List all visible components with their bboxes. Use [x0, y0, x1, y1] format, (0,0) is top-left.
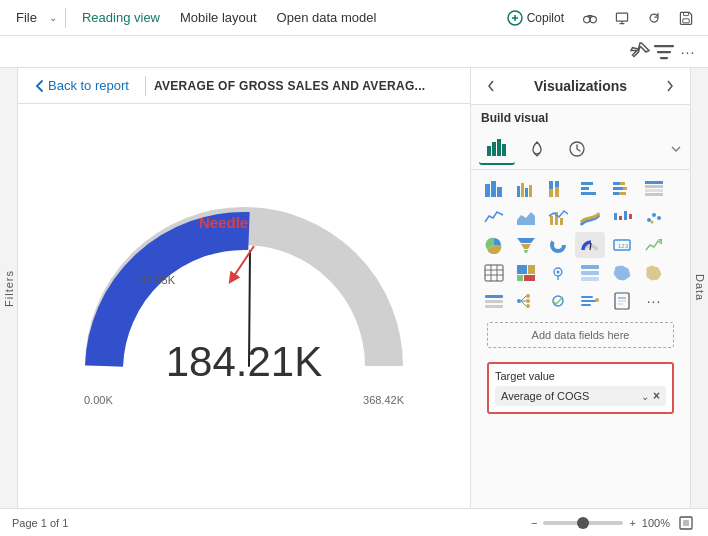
svg-point-2 [590, 16, 596, 22]
panel-expand-right[interactable] [660, 76, 680, 96]
right-panel: Visualizations Build visual [470, 68, 690, 508]
svg-rect-33 [645, 181, 663, 184]
svg-rect-65 [517, 275, 523, 281]
viz-100-bar[interactable] [543, 176, 573, 202]
target-chip-label: Average of COGS [501, 390, 589, 402]
svg-marker-49 [517, 238, 535, 243]
viz-filled-map[interactable] [607, 260, 637, 286]
menu-open-data-model[interactable]: Open data model [269, 6, 385, 29]
svg-point-48 [651, 221, 654, 224]
svg-point-86 [595, 298, 599, 302]
svg-point-45 [647, 218, 651, 222]
save-icon[interactable] [672, 4, 700, 32]
zoom-slider[interactable] [543, 521, 623, 525]
viz-pie[interactable] [479, 232, 509, 258]
more-toolbar-icon[interactable]: ··· [676, 40, 700, 64]
svg-rect-15 [497, 187, 502, 197]
viz-card[interactable]: 123 [607, 232, 637, 258]
viz-donut[interactable] [543, 232, 573, 258]
gauge-max: 368.42K [363, 394, 404, 406]
menu-file[interactable]: File [8, 6, 45, 29]
svg-rect-18 [525, 188, 528, 197]
target-chip-dropdown[interactable]: ⌄ [641, 391, 649, 402]
svg-rect-13 [485, 184, 490, 197]
viz-smart-narrative[interactable] [575, 288, 605, 314]
data-side-tab[interactable]: Data [690, 68, 708, 508]
svg-rect-8 [487, 146, 491, 156]
svg-rect-38 [550, 216, 553, 225]
viz-ribbon[interactable] [575, 204, 605, 230]
svg-rect-42 [619, 216, 622, 220]
binoculars-icon[interactable] [576, 4, 604, 32]
copilot-button[interactable]: Copilot [499, 4, 572, 32]
viz-matrix[interactable] [639, 176, 669, 202]
zoom-plus[interactable]: + [629, 517, 635, 529]
viz-key-influencers[interactable] [543, 288, 573, 314]
viz-multi-row-card[interactable] [575, 260, 605, 286]
viz-clustered-bar[interactable] [511, 176, 541, 202]
viz-treemap[interactable] [511, 260, 541, 286]
svg-rect-64 [528, 265, 535, 274]
svg-rect-63 [517, 265, 527, 274]
viz-row-2 [479, 204, 682, 230]
monitor-icon[interactable] [608, 4, 636, 32]
viz-kpi[interactable] [639, 232, 669, 258]
viz-stacked-horiz[interactable] [607, 176, 637, 202]
status-bar: Page 1 of 1 − + 100% [0, 508, 708, 536]
viz-map[interactable] [543, 260, 573, 286]
svg-rect-85 [581, 304, 591, 306]
viz-more[interactable]: ··· [639, 288, 669, 314]
svg-rect-27 [613, 182, 620, 185]
tab-bar: Back to report AVERAGE OF GROSS SALES AN… [18, 68, 470, 104]
svg-rect-24 [581, 182, 593, 185]
viz-row-3: 123 [479, 232, 682, 258]
viz-row-1 [479, 176, 682, 202]
viz-tab-analytics[interactable] [559, 133, 595, 165]
zoom-minus[interactable]: − [531, 517, 537, 529]
svg-rect-70 [581, 271, 599, 275]
svg-rect-28 [620, 182, 625, 185]
viz-scatter[interactable] [639, 204, 669, 230]
svg-line-54 [590, 243, 591, 250]
viz-table[interactable] [479, 260, 509, 286]
filter-toolbar-icon[interactable] [652, 40, 676, 64]
svg-rect-3 [616, 13, 627, 21]
viz-slicer[interactable] [479, 288, 509, 314]
menu-reading-view[interactable]: Reading view [74, 6, 168, 29]
svg-rect-58 [485, 265, 503, 281]
panel-title: Visualizations [534, 78, 627, 94]
svg-rect-40 [560, 218, 563, 225]
pin-toolbar-icon[interactable] [628, 40, 652, 64]
target-chip-remove[interactable]: × [653, 389, 660, 403]
refresh-icon[interactable] [640, 4, 668, 32]
viz-line[interactable] [479, 204, 509, 230]
viz-decomp-tree[interactable] [511, 288, 541, 314]
viz-waterfall[interactable] [607, 204, 637, 230]
svg-point-77 [526, 299, 530, 303]
target-value-label: Target value [495, 370, 666, 382]
viz-grid: 123 [471, 170, 690, 508]
viz-funnel[interactable] [511, 232, 541, 258]
add-data-fields[interactable]: Add data fields here [487, 322, 674, 348]
svg-line-7 [232, 246, 254, 279]
gauge-chart: Needle 146.65K 184.21K 0.00K 368.42K [74, 196, 414, 416]
viz-gauge[interactable] [575, 232, 605, 258]
viz-line-column[interactable] [543, 204, 573, 230]
viz-shape-map[interactable] [639, 260, 669, 286]
viz-stacked-bar[interactable] [479, 176, 509, 202]
viz-paginated-report[interactable] [607, 288, 637, 314]
fit-to-page-icon[interactable] [676, 513, 696, 533]
viz-area[interactable] [511, 204, 541, 230]
menu-mobile-layout[interactable]: Mobile layout [172, 6, 265, 29]
svg-rect-23 [555, 187, 559, 197]
tab-separator [145, 76, 146, 96]
back-to-report-button[interactable]: Back to report [26, 74, 137, 97]
filters-tab[interactable]: Filters [0, 68, 18, 508]
viz-tab-chart[interactable] [479, 133, 515, 165]
panel-header: Visualizations [471, 68, 690, 105]
panel-collapse-left[interactable] [481, 76, 501, 96]
viz-tab-format[interactable] [519, 133, 555, 165]
viz-horiz-bar[interactable] [575, 176, 605, 202]
svg-rect-34 [645, 185, 663, 188]
svg-rect-5 [683, 18, 689, 22]
